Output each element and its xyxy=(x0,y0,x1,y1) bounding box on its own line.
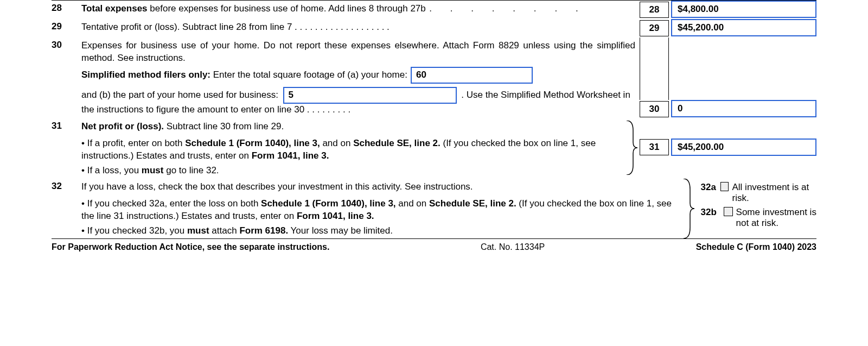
line-28-number: 28 xyxy=(52,1,81,14)
line-32-number: 32 xyxy=(52,179,81,238)
line-30-value[interactable]: 0 xyxy=(671,100,816,117)
line-29-row: 29 Tentative profit or (loss). Subtract … xyxy=(52,19,816,37)
schedule-c-section: 28 Total expenses before expenses for bu… xyxy=(0,0,868,252)
line-28-row: 28 Total expenses before expenses for bu… xyxy=(52,1,816,19)
paperwork-notice: For Paperwork Reduction Act Notice, see … xyxy=(52,242,329,252)
line-29-value[interactable]: $45,200.00 xyxy=(671,19,816,36)
checkbox-32b[interactable] xyxy=(724,207,733,216)
line-30-row: 30 Expenses for business use of your hom… xyxy=(52,37,816,118)
line-31-value[interactable]: $45,200.00 xyxy=(671,139,816,156)
line-28-value[interactable]: $4,800.00 xyxy=(671,1,816,18)
line-31-number: 31 xyxy=(52,118,81,177)
option-32b: 32b Some investment is not at risk. xyxy=(701,207,816,229)
line-31-bullet-profit: If a profit, enter on both Schedule 1 (F… xyxy=(81,137,619,162)
line-30-text: Expenses for business use of your home. … xyxy=(81,37,640,118)
line-31-box-num: 31 xyxy=(640,139,669,155)
business-sqft-input[interactable]: 5 xyxy=(283,87,457,104)
line-31-row: 31 Net profit or (loss). Subtract line 3… xyxy=(52,118,816,177)
line-28-box-num: 28 xyxy=(640,2,669,18)
line-29-box-num: 29 xyxy=(640,20,669,36)
line-30-box-num: 30 xyxy=(640,101,669,117)
form-id: Schedule C (Form 1040) 2023 xyxy=(696,242,816,252)
form-footer: For Paperwork Reduction Act Notice, see … xyxy=(52,239,816,252)
line-30-number: 30 xyxy=(52,37,81,118)
line-32-text: If you have a loss, check the box that d… xyxy=(81,179,680,238)
brace-icon xyxy=(623,118,640,177)
line-29-number: 29 xyxy=(52,19,81,32)
line-31-bullet-loss: If a loss, you must go to line 32. xyxy=(81,165,619,177)
option-32a: 32a All investment is at risk. xyxy=(701,182,816,204)
line-28-text: Total expenses before expenses for busin… xyxy=(81,1,640,15)
line-32-bullet-32b: If you checked 32b, you must attach Form… xyxy=(81,225,676,237)
catalog-number: Cat. No. 11334P xyxy=(481,242,545,252)
brace-icon xyxy=(680,179,697,238)
home-sqft-input[interactable]: 60 xyxy=(411,67,533,84)
line-32-bullet-32a: If you checked 32a, enter the loss on bo… xyxy=(81,198,676,223)
checkbox-32a[interactable] xyxy=(720,182,729,191)
line-29-text: Tentative profit or (loss). Subtract lin… xyxy=(81,19,640,34)
line-31-text: Net profit or (loss). Subtract line 30 f… xyxy=(81,118,623,177)
line-32-row: 32 If you have a loss, check the box tha… xyxy=(52,179,816,238)
